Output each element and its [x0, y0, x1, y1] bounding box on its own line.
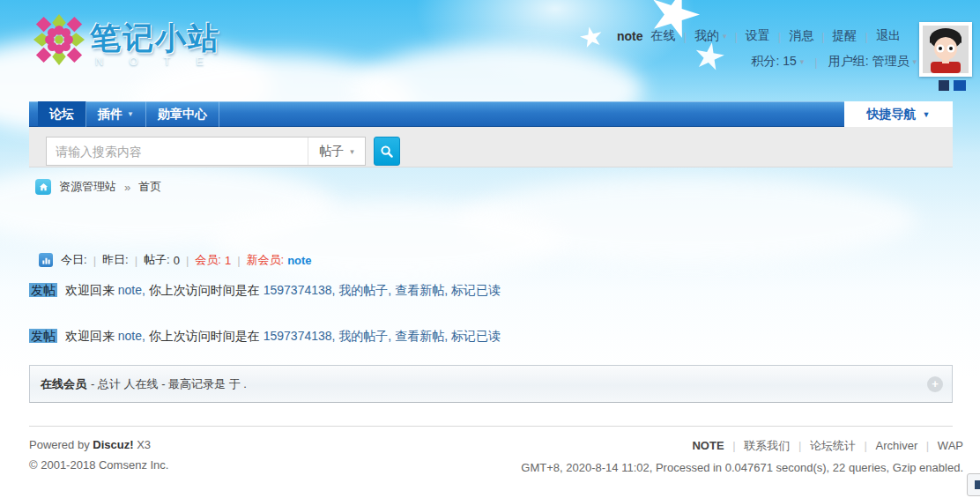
- search-bar: 帖子 ▾: [29, 127, 953, 167]
- home-icon[interactable]: [35, 179, 51, 195]
- footer-right: NOTE | 联系我们 | 论坛统计 | Archiver | WAP GMT+…: [521, 438, 963, 474]
- separator: |: [93, 254, 96, 267]
- separator: |: [734, 30, 737, 43]
- main-navbar: 论坛 插件 ▼ 勋章中心 快捷导航 ▼: [29, 101, 953, 127]
- site-title[interactable]: 笔记小站: [90, 18, 220, 59]
- welcome-username-link[interactable]: note,: [118, 283, 145, 297]
- back-to-top-button[interactable]: [967, 473, 980, 496]
- settings-link[interactable]: 设置: [746, 28, 770, 44]
- search-scope-dropdown[interactable]: 帖子 ▾: [308, 138, 365, 165]
- separator: |: [135, 254, 137, 267]
- stat-members-value: 1: [225, 254, 231, 267]
- username-link[interactable]: note: [617, 29, 643, 43]
- welcome-greeting: 欢迎回来: [65, 283, 115, 297]
- welcome-greeting: 欢迎回来: [65, 329, 115, 343]
- copyright-label: © 2001-2018 Comsenz Inc.: [29, 458, 168, 472]
- cloud: [212, 201, 564, 280]
- runtime-info-label: GMT+8, 2020-8-14 11:02, Processed in 0.0…: [521, 461, 963, 474]
- back-to-top-icon: [975, 480, 980, 489]
- stat-posts-label: 帖子:: [144, 252, 170, 268]
- stat-new-member-label: 新会员:: [247, 252, 285, 268]
- separator: |: [821, 30, 824, 43]
- separator: |: [237, 254, 240, 267]
- search-button[interactable]: [374, 137, 400, 166]
- forum-stats: 今日: | 昨日: | 帖子: 0 | 会员: 1 | 新会员: note: [39, 252, 312, 268]
- separator: |: [798, 439, 801, 452]
- style-switch-blue-button[interactable]: [954, 80, 966, 91]
- messages-link[interactable]: 消息: [789, 28, 813, 44]
- view-new-posts-link[interactable]: 查看新帖,: [395, 329, 448, 343]
- stat-today-label: 今日:: [61, 252, 87, 268]
- post-badge[interactable]: 发帖: [29, 329, 57, 343]
- tab-forum-label: 论坛: [49, 101, 74, 127]
- mark-read-link[interactable]: 标记已读: [451, 283, 501, 297]
- mark-read-link[interactable]: 标记已读: [451, 329, 501, 343]
- tab-plugin-label: 插件: [98, 101, 122, 127]
- stat-members-label: 会员:: [195, 252, 221, 268]
- welcome-timestamp-link[interactable]: 1597374138,: [264, 283, 336, 297]
- separator: |: [684, 30, 687, 43]
- stat-posts-value: 0: [174, 254, 180, 267]
- credits-label: 积分: 15: [751, 54, 796, 70]
- usergroup-label: 用户组: 管理员: [828, 54, 909, 70]
- online-members-title[interactable]: 在线会员: [41, 376, 86, 392]
- separator: |: [865, 439, 867, 452]
- logout-link[interactable]: 退出: [876, 28, 901, 44]
- tab-forum[interactable]: 论坛: [38, 101, 86, 127]
- usergroup-menu[interactable]: 用户组: 管理员 ▾: [828, 54, 917, 70]
- search-icon: [380, 145, 394, 159]
- bar-chart-icon: [39, 253, 53, 267]
- footer-left: Powered by Discuz! X3 © 2001-2018 Comsen…: [29, 438, 168, 472]
- breadcrumb-site-link[interactable]: 资源管理站: [59, 179, 116, 195]
- powered-by-label: Powered by: [29, 438, 90, 451]
- welcome-username-link[interactable]: note,: [118, 329, 145, 343]
- separator: |: [814, 56, 817, 69]
- my-menu[interactable]: 我的 ▾: [694, 28, 727, 44]
- wap-link[interactable]: WAP: [938, 439, 963, 452]
- footer-divider: [29, 426, 953, 427]
- user-panel-row2: 积分: 15 ▾ | 用户组: 管理员 ▾: [751, 54, 917, 70]
- reminders-link[interactable]: 提醒: [833, 28, 858, 44]
- welcome-message: 发帖 欢迎回来 note, 你上次访问时间是在 1597374138, 我的帖子…: [29, 283, 501, 299]
- star-icon: [692, 40, 726, 73]
- site-logo-flower-icon[interactable]: [33, 14, 85, 65]
- breadcrumb-separator: »: [124, 181, 130, 194]
- online-members-box: 在线会员 - 总计 人在线 - 最高记录是 于 . +: [29, 365, 953, 403]
- footer-note-link[interactable]: NOTE: [692, 439, 724, 452]
- stat-new-member-link[interactable]: note: [287, 254, 311, 267]
- search-input[interactable]: [47, 138, 308, 165]
- page: 笔记小站 NOTE note 在线 | 我的 ▾ | 设置 | 消息 | 提醒 …: [0, 0, 980, 498]
- quick-nav-button[interactable]: 快捷导航 ▼: [844, 101, 953, 127]
- my-posts-link[interactable]: 我的帖子,: [338, 283, 391, 297]
- search-box: 帖子 ▾: [46, 137, 366, 166]
- welcome-timestamp-link[interactable]: 1597374138,: [264, 329, 336, 343]
- archiver-link[interactable]: Archiver: [876, 439, 918, 452]
- style-switch-dark-button[interactable]: [939, 80, 949, 91]
- quick-nav-label: 快捷导航: [867, 107, 917, 123]
- discuz-link[interactable]: Discuz!: [93, 438, 133, 451]
- credits-menu[interactable]: 积分: 15 ▾: [751, 54, 804, 70]
- breadcrumb-page-link[interactable]: 首页: [138, 179, 161, 195]
- my-menu-label: 我的: [694, 28, 719, 44]
- stat-yesterday-label: 昨日:: [102, 252, 129, 268]
- tab-medal-center[interactable]: 勋章中心: [146, 101, 219, 127]
- discuz-version-label: X3: [137, 438, 151, 451]
- tab-plugin[interactable]: 插件 ▼: [86, 101, 146, 127]
- tab-medal-label: 勋章中心: [158, 101, 207, 127]
- my-posts-link[interactable]: 我的帖子,: [338, 329, 391, 343]
- chevron-down-icon: ▾: [350, 147, 354, 156]
- contact-us-link[interactable]: 联系我们: [744, 439, 790, 452]
- separator: |: [778, 30, 781, 43]
- post-badge[interactable]: 发帖: [29, 283, 57, 297]
- avatar-image: [923, 26, 969, 73]
- view-new-posts-link[interactable]: 查看新帖,: [395, 283, 448, 297]
- separator: |: [865, 30, 868, 43]
- separator: |: [186, 254, 189, 267]
- expand-toggle-button[interactable]: +: [927, 376, 943, 392]
- avatar[interactable]: [919, 22, 972, 77]
- welcome-visit-text: 你上次访问时间是在: [149, 283, 260, 297]
- separator: |: [926, 439, 929, 452]
- forum-stats-link[interactable]: 论坛统计: [810, 439, 856, 452]
- chevron-down-icon: ▾: [723, 32, 727, 41]
- online-members-summary: - 总计 人在线 - 最高记录是 于 .: [91, 376, 247, 392]
